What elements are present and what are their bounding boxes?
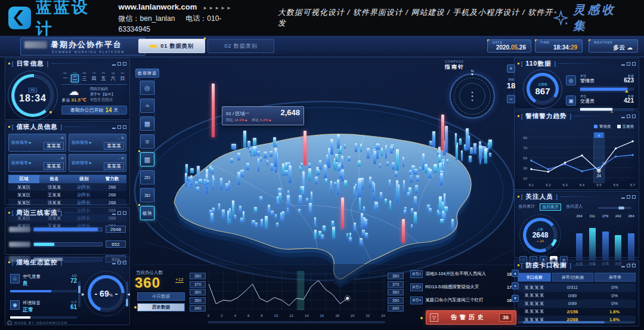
y-axis-label: 340 (388, 305, 404, 312)
expand-icon[interactable] (632, 115, 636, 118)
compass-dial[interactable]: N ▴ ● ▾ (450, 73, 495, 119)
duty-table-row: 某某区张某某 副所长268 (8, 183, 126, 191)
layer-button[interactable]: ◎ (140, 81, 154, 95)
weekday[interactable]: TH 四 (90, 72, 98, 82)
inspiration-collect[interactable]: 灵感收集 (553, 2, 628, 34)
arrow-right-icon[interactable]: ▶ (82, 292, 85, 296)
layer-button[interactable]: ≡ (140, 134, 154, 149)
expand-icon[interactable] (123, 125, 126, 129)
minimize-icon[interactable] (112, 211, 116, 215)
weekday[interactable]: WE 三 (80, 72, 88, 82)
weather-box: WEATHER 多云 ☁ (589, 39, 638, 53)
focus-chart-slider[interactable] (598, 207, 631, 209)
checkpoint-row: 某某某某0/3110% (518, 283, 636, 292)
checkpoint-scrollbar[interactable] (518, 321, 635, 323)
window-icon[interactable] (117, 211, 121, 215)
y-axis-left: 380370360350340 (190, 273, 206, 312)
focus-tab[interactable]: 当日离开 (540, 203, 561, 211)
window-icon[interactable] (627, 195, 630, 199)
legend-item[interactable]: 警情类 (594, 124, 611, 129)
alarm-type-icon: ▣ (566, 95, 576, 106)
y-axis-label: 360 (388, 289, 404, 295)
alert-row[interactable]: 类型1 湿地3-104片区有不明人员闯入 18:24 (410, 270, 518, 278)
weekday[interactable]: MO 一 (61, 72, 69, 82)
expand-icon[interactable] (123, 62, 126, 66)
brand-banner: 蓝蓝设计 www.lanlanwork.com►►►►► 微信：ben_lanl… (0, 0, 644, 36)
dot-icon: ● (471, 94, 473, 98)
window-icon[interactable] (627, 115, 630, 118)
layer-button[interactable]: 2D (140, 170, 154, 184)
zoom-out-button[interactable]: − (507, 95, 515, 103)
svg-text:5.1: 5.1 (529, 183, 534, 187)
minimize-icon[interactable] (621, 115, 625, 118)
tab-data-category[interactable]: 02 数据类别 (208, 39, 274, 53)
card-more-icon[interactable]: ‥ ⊗ (117, 135, 124, 140)
clock-gauge: PM18:34 (11, 74, 54, 117)
total-alarm-gauge: 总警情867 (527, 73, 559, 105)
minimize-icon[interactable] (621, 264, 625, 267)
focus-tab[interactable]: 当日进入 (566, 203, 583, 211)
window-icon[interactable] (117, 125, 121, 129)
duty-leader-card[interactable]: 值班领导 ‥ ⊗ 某某某 (8, 134, 66, 152)
alert-list: 类型1 湿地3-104片区有不明人员闯入 18:24 类型2 RD13-53烟感… (410, 270, 518, 327)
y-axis-label: 380 (190, 273, 206, 279)
dashboard-topbar: 暑期办公协作平台 SUMMER WORKING PLATFORM 01 数据类别… (0, 36, 644, 57)
duty-leader-card[interactable]: 值班领导 ‥ ⊗ 某某某 (69, 134, 126, 152)
expand-icon[interactable] (123, 211, 126, 215)
minimize-icon[interactable] (621, 195, 625, 199)
minimize-icon[interactable] (112, 125, 116, 129)
card-more-icon[interactable]: ‥ ⊗ (57, 135, 64, 140)
legend-item[interactable]: 交通类 (617, 124, 634, 129)
flow-row: 652 (5, 240, 129, 248)
duty-leader-card[interactable]: 值班领导 ‥ ⊗ 某某某 (8, 154, 66, 172)
minimize-icon[interactable] (112, 261, 116, 264)
card-more-icon[interactable]: ‥ ⊗ (57, 156, 64, 160)
clock-marker-icon (49, 111, 52, 113)
weekday[interactable]: SU 日 (119, 72, 126, 82)
alert-history-count: 36 (499, 313, 512, 322)
window-icon[interactable] (627, 264, 630, 267)
platform-title-block: 暑期办公协作平台 SUMMER WORKING PLATFORM (20, 38, 145, 55)
card-more-icon[interactable]: ‥ ⊗ (117, 156, 124, 160)
zoom-in-button[interactable]: + (507, 64, 515, 73)
alert-scroll-dot-button[interactable]: ● (512, 282, 519, 289)
gauge-slider-left[interactable] (78, 281, 80, 307)
weekday[interactable]: SA 六 (109, 72, 117, 82)
expand-icon[interactable] (123, 261, 126, 264)
window-icon[interactable] (117, 261, 121, 264)
map-tooltip: 01 / 区域一 2,648 同比 14.1%▲ 环比 6.2%▲ (222, 106, 304, 125)
duty-leader-card[interactable]: 值班领导 ‥ ⊗ 某某某 (69, 154, 126, 172)
focus-tab[interactable]: 当日累计 (518, 203, 535, 211)
window-icon[interactable] (627, 62, 630, 66)
layer-button[interactable]: ≈ (140, 98, 154, 113)
panel-focus-personnel: [关注人员] 当日累计当日离开当日进入 人数 2648 + 24 ♤♘♟▣◉ 2… (514, 191, 639, 258)
window-icon[interactable] (117, 62, 121, 66)
data-category-tabs: 01 数据类别 02 数据类别 (138, 39, 274, 53)
weekday[interactable]: TU 二 (71, 72, 79, 82)
website-link[interactable]: www.lanlanwork.com (119, 2, 197, 11)
office-chart-scrollbar[interactable] (208, 321, 385, 323)
alert-scroll-down-button[interactable]: ▼ (512, 295, 519, 302)
layer-button[interactable]: 3D (140, 188, 154, 202)
layer-button[interactable]: ▦ (140, 116, 154, 131)
minimize-icon[interactable] (112, 62, 116, 66)
history-data-button[interactable]: 历史数据 (137, 303, 185, 312)
layer-button[interactable]: ▥ (140, 152, 154, 166)
gauge-slider-right[interactable] (126, 281, 128, 307)
tab-data-category[interactable]: 01 数据类别 (138, 39, 205, 53)
today-data-button[interactable]: 今日数据 (137, 292, 185, 301)
alert-row[interactable]: 类型2 RD13-53烟感报警疑似火灾 17:24 (410, 283, 518, 291)
minimize-icon[interactable] (621, 62, 625, 66)
alert-scroll-up-button[interactable]: ▲ (512, 270, 519, 277)
alert-history-button[interactable]: ▽ 告警历史 36 (426, 310, 516, 325)
expand-icon[interactable] (632, 195, 636, 199)
weekday[interactable]: FR 五 (100, 72, 107, 82)
city-3d-map[interactable] (132, 92, 517, 289)
expand-icon[interactable] (632, 62, 636, 66)
x-axis-labels: 024681012141618202224 (208, 314, 385, 317)
alert-row[interactable]: 类型4 某路口有小汽车连闯三个红灯 16:24 (410, 296, 518, 304)
expand-icon[interactable] (632, 264, 636, 267)
duty-table-row: 某某区张某某 副所长268 (8, 199, 126, 206)
layer-button[interactable]: 板块 (140, 206, 154, 220)
svg-text:5.4: 5.4 (580, 183, 585, 187)
